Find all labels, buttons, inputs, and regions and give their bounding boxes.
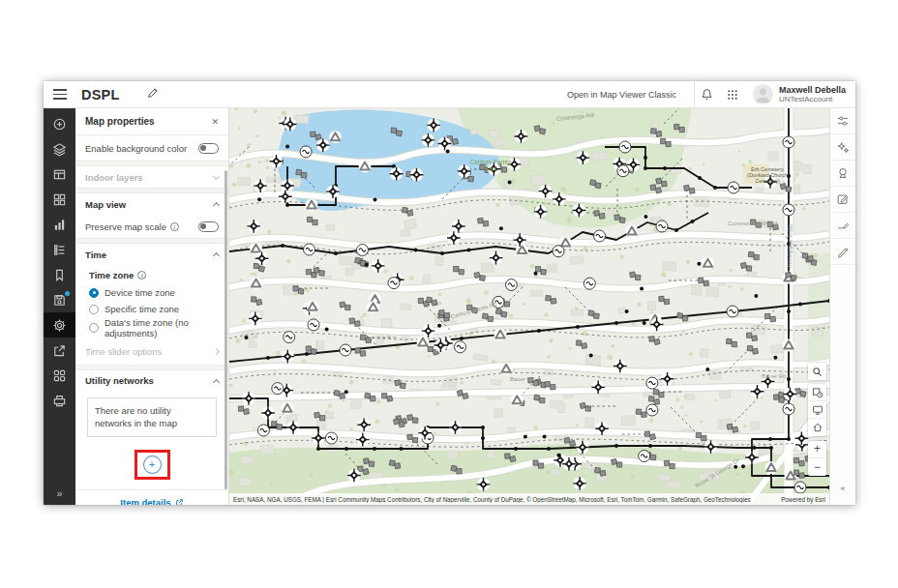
styles-tool-button[interactable] [830, 161, 855, 187]
zoom-in-button[interactable]: + [808, 441, 826, 458]
effects-tool-button[interactable] [830, 134, 855, 161]
user-name: Maxwell Debella [779, 85, 846, 95]
print-icon [52, 394, 67, 408]
bookmarks-button[interactable] [44, 262, 75, 287]
map-properties-button[interactable] [44, 312, 75, 338]
preserve-map-scale-toggle[interactable] [198, 221, 219, 232]
edit-title-button[interactable] [146, 86, 159, 103]
sparkles-icon [836, 140, 850, 154]
save-button[interactable] [44, 287, 75, 312]
share-button[interactable] [44, 338, 75, 363]
utility-networks-empty-message: There are no utility networks in the map [87, 397, 217, 438]
screen-extent-button[interactable] [808, 401, 826, 419]
default-map-view-button[interactable] [808, 384, 826, 401]
open-in-classic-link[interactable]: Open in Map Viewer Classic [567, 90, 676, 100]
info-icon[interactable]: i [170, 222, 179, 231]
radio-label: Device time zone [105, 287, 175, 298]
chevron-down-icon [213, 172, 220, 179]
external-link-icon [175, 498, 184, 505]
menu-icon[interactable] [53, 89, 67, 100]
search-button[interactable] [808, 363, 826, 380]
create-app-button[interactable] [44, 363, 75, 388]
item-details-label: Item details [120, 497, 170, 505]
search-icon [812, 367, 823, 377]
map-properties-panel: Map properties ✕ Enable background color… [75, 108, 229, 505]
avatar[interactable] [753, 84, 773, 104]
enable-background-color-toggle[interactable] [198, 143, 219, 154]
edit-note-icon [836, 192, 850, 206]
edit-tool-button[interactable] [830, 187, 855, 213]
ruler-pencil-icon [836, 245, 850, 258]
sliders-icon [836, 114, 850, 128]
radio-device-time-zone[interactable]: Device time zone [75, 284, 228, 301]
powered-by-esri: Powered by Esri [781, 496, 825, 503]
chevron-up-icon [213, 379, 220, 386]
radio-specific-time-zone[interactable]: Specific time zone [75, 301, 228, 317]
properties-tool-button[interactable] [830, 108, 855, 134]
info-icon[interactable]: i [137, 271, 146, 279]
user-account: UNTestAccount [779, 95, 846, 103]
sketch-tool-button[interactable] [830, 213, 855, 239]
bookmark-icon [52, 268, 67, 282]
print-button[interactable] [44, 388, 75, 413]
radio-label: Data's time zone (no adjustments) [105, 317, 219, 339]
collapse-toolbar-button[interactable]: « [830, 484, 855, 493]
annotation-highlight-box: + [135, 450, 170, 480]
basemap-button[interactable] [44, 187, 75, 212]
basemap-grid-icon [52, 192, 67, 207]
indoor-layers-label: Indoor layers [85, 172, 143, 183]
sketch-pencil-icon [836, 219, 850, 232]
indoor-layers-section[interactable]: Indoor layers [75, 166, 228, 188]
bar-chart-icon [52, 218, 67, 232]
add-button[interactable] [44, 111, 75, 136]
right-toolbar: « [829, 108, 855, 505]
table-icon [52, 167, 67, 182]
map-view[interactable]: Century Farms Park Erb Cemetery (Dunkard… [229, 108, 829, 505]
radio-data-time-zone[interactable]: Data's time zone (no adjustments) [75, 317, 228, 339]
notifications-button[interactable] [695, 81, 720, 107]
left-toolbar: » [44, 108, 75, 505]
monitor-icon [812, 404, 823, 416]
gear-icon [52, 318, 67, 333]
time-slider-options-row[interactable]: Time slider options [75, 339, 228, 365]
layers-button[interactable] [44, 136, 75, 162]
home-button[interactable] [808, 419, 826, 436]
map-viewer-window: DSPL Open in Map Viewer Classic [44, 81, 855, 505]
legend-list-icon [52, 243, 67, 257]
charts-button[interactable] [44, 212, 75, 237]
minus-icon: − [814, 461, 821, 473]
utility-networks-section[interactable]: Utility networks [75, 370, 228, 392]
preserve-map-scale-label: Preserve map scale [85, 221, 166, 232]
map-view-section[interactable]: Map view [75, 193, 228, 215]
measure-tool-button[interactable] [830, 239, 855, 265]
close-panel-button[interactable]: ✕ [211, 117, 219, 127]
item-details-link[interactable]: Item details [75, 489, 228, 505]
zoom-out-button[interactable]: − [808, 458, 826, 476]
panel-title: Map properties [85, 116, 155, 127]
attribution-bar: Esri, NASA, NGA, USGS, FEMA | Esri Commu… [229, 493, 829, 505]
apps-grid-icon [727, 89, 738, 101]
user-block[interactable]: Maxwell Debella UNTestAccount [779, 85, 855, 104]
circle-plus-icon [52, 117, 67, 132]
time-slider-options-label: Time slider options [85, 346, 162, 357]
tables-button[interactable] [44, 162, 75, 187]
plus-icon: + [814, 443, 821, 455]
radio-icon [89, 323, 99, 333]
app-launcher-button[interactable] [720, 81, 745, 107]
time-section[interactable]: Time [75, 244, 228, 265]
layers-icon [52, 142, 67, 157]
chevron-up-icon [213, 202, 220, 209]
time-label: Time [85, 250, 106, 260]
person-icon [753, 84, 773, 104]
chevron-right-icon [213, 348, 220, 355]
panel-scrollbar[interactable] [224, 170, 227, 489]
badge-icon [836, 166, 850, 180]
map-clock-icon [812, 387, 823, 398]
map-view-label: Map view [85, 199, 126, 210]
pencil-icon [146, 87, 159, 100]
add-utility-network-button[interactable]: + [143, 456, 162, 474]
radio-icon [89, 305, 99, 314]
share-icon [52, 343, 67, 358]
expand-toolbar-button[interactable]: » [44, 488, 75, 499]
legend-button[interactable] [44, 237, 75, 262]
